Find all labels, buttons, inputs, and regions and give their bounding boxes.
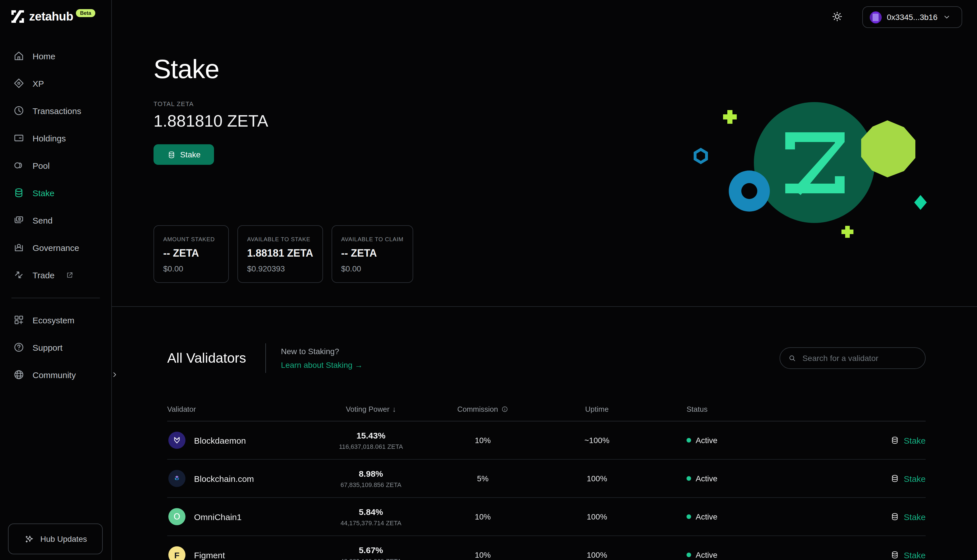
stake-button[interactable]: Stake [154, 144, 214, 165]
col-uptime[interactable]: Uptime [529, 405, 665, 413]
voting-power-zeta: 67,835,109.856 ZETA [305, 481, 437, 488]
clock-icon [13, 105, 25, 116]
stat-card-available-to-stake: AVAILABLE TO STAKE 1.88181 ZETA $0.92039… [237, 225, 323, 283]
voting-power-percent: 5.84% [305, 507, 437, 517]
commission-value: 5% [437, 474, 529, 483]
sidebar-item-label: Home [33, 51, 55, 61]
total-zeta-value: 1.881810 ZETA [154, 112, 977, 131]
validator-name: OmniChain1 [194, 512, 242, 522]
row-stake-label: Stake [904, 512, 926, 522]
validators-title: All Validators [167, 350, 246, 366]
chevron-down-icon [943, 13, 951, 21]
status-badge: Active [696, 474, 717, 483]
validator-row[interactable]: F Figment 5.67% 42,829,169.869 ZETA 10% … [167, 536, 926, 560]
validator-avatar: F [169, 546, 185, 560]
brand-name: zetahub [29, 10, 73, 23]
col-voting-power[interactable]: Voting Power↓ [305, 405, 437, 413]
card-icon [13, 132, 25, 144]
sidebar-item-label: Send [33, 215, 52, 225]
coins-stack-icon [890, 474, 899, 483]
col-status[interactable]: Status [665, 405, 836, 413]
sidebar-item-stake[interactable]: Stake [0, 179, 111, 207]
sidebar-item-xp[interactable]: XP [0, 70, 111, 97]
page-title: Stake [154, 53, 977, 84]
stat-label: AVAILABLE TO STAKE [247, 236, 313, 242]
send-cash-icon [13, 214, 25, 226]
theme-toggle-sun-icon[interactable] [832, 11, 843, 22]
row-stake-button[interactable]: Stake [836, 512, 926, 522]
governance-icon [13, 242, 25, 253]
uptime-value: 100% [529, 550, 665, 560]
voting-power-percent: 15.43% [305, 430, 437, 440]
wallet-address: 0x3345...3b16 [887, 13, 938, 22]
topbar: 0x3345...3b16 [112, 0, 977, 33]
sidebar-item-transactions[interactable]: Transactions [0, 97, 111, 124]
row-stake-label: Stake [904, 550, 926, 560]
learn-staking-link[interactable]: Learn about Staking → [281, 360, 362, 370]
sidebar-item-label: Governance [33, 243, 79, 252]
wallet-button[interactable]: 0x3345...3b16 [862, 6, 962, 28]
validator-row[interactable]: Blockchain.com 8.98% 67,835,109.856 ZETA… [167, 460, 926, 498]
xp-diamond-icon [13, 78, 25, 89]
validators-table: Validator Voting Power↓ Commission Uptim… [167, 397, 926, 560]
stat-usd: $0.920393 [247, 264, 313, 273]
table-header-row: Validator Voting Power↓ Commission Uptim… [167, 397, 926, 422]
status-badge: Active [696, 512, 717, 521]
total-zeta-label: TOTAL ZETA [154, 100, 977, 107]
sidebar: zetahub Beta Home XP Transactions Holdin… [0, 0, 112, 560]
external-link-icon [63, 271, 75, 278]
pool-circles-icon [13, 160, 25, 171]
commission-value: 10% [437, 512, 529, 521]
status-dot [686, 438, 691, 443]
validator-name: Blockdaemon [194, 435, 246, 445]
status-dot [686, 476, 691, 481]
stat-value: -- ZETA [341, 247, 404, 260]
validator-row[interactable]: Blockdaemon 15.43% 116,637,018.061 ZETA … [167, 422, 926, 460]
sidebar-item-ecosystem[interactable]: Ecosystem [0, 306, 111, 333]
sidebar-item-label: Support [33, 342, 62, 352]
sidebar-item-support[interactable]: Support [0, 333, 111, 361]
blockchain-com-logo-icon [172, 473, 182, 483]
info-icon [501, 405, 508, 413]
row-stake-button[interactable]: Stake [836, 473, 926, 483]
sidebar-item-home[interactable]: Home [0, 42, 111, 70]
brand-logo[interactable]: zetahub Beta [0, 0, 111, 24]
search-input[interactable] [801, 353, 917, 363]
commission-value: 10% [437, 436, 529, 445]
hub-updates-label: Hub Updates [40, 534, 87, 543]
row-stake-button[interactable]: Stake [836, 550, 926, 560]
commission-value: 10% [437, 550, 529, 560]
validator-avatar: O [169, 508, 185, 525]
sidebar-item-send[interactable]: Send [0, 207, 111, 234]
sidebar-item-pool[interactable]: Pool [0, 152, 111, 179]
sort-desc-icon: ↓ [392, 405, 396, 413]
sidebar-item-label: Pool [33, 160, 50, 170]
validator-search[interactable] [780, 347, 926, 369]
wallet-avatar [870, 11, 882, 23]
trade-arrows-icon [13, 269, 25, 280]
sidebar-item-label: Stake [33, 188, 55, 198]
home-icon [13, 50, 25, 62]
uptime-value: 100% [529, 512, 665, 521]
stat-label: AVAILABLE TO CLAIM [341, 236, 404, 242]
voting-power-zeta: 44,175,379.714 ZETA [305, 520, 437, 527]
sidebar-item-label: Trade [33, 270, 55, 280]
row-stake-button[interactable]: Stake [836, 435, 926, 445]
sidebar-item-governance[interactable]: Governance [0, 234, 111, 261]
col-commission[interactable]: Commission [437, 405, 529, 413]
globe-icon [13, 369, 25, 380]
beta-badge: Beta [76, 9, 95, 17]
sidebar-item-holdings[interactable]: Holdings [0, 124, 111, 152]
validator-row[interactable]: O OmniChain1 5.84% 44,175,379.714 ZETA 1… [167, 498, 926, 536]
sidebar-item-trade[interactable]: Trade [0, 261, 111, 288]
col-validator[interactable]: Validator [167, 405, 305, 413]
status-dot [686, 514, 691, 519]
sidebar-item-community[interactable]: Community [0, 361, 111, 388]
validator-name: Blockchain.com [194, 473, 254, 483]
vertical-divider [266, 343, 266, 373]
hub-updates-button[interactable]: Hub Updates [8, 523, 103, 554]
stake-button-label: Stake [180, 150, 200, 159]
validator-name: Figment [194, 550, 225, 560]
sidebar-item-label: Ecosystem [33, 315, 75, 325]
app-window: zetahub Beta Home XP Transactions Holdin… [0, 0, 977, 560]
